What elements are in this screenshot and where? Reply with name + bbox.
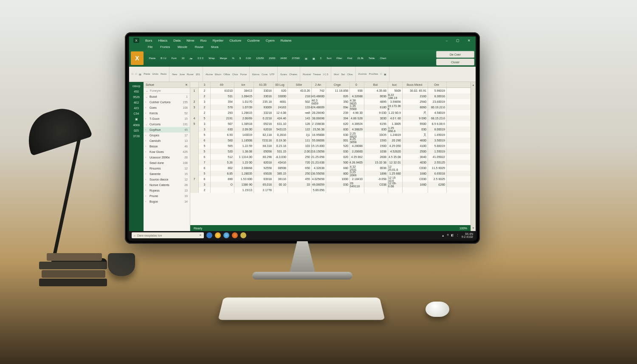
cell[interactable]: 103 <box>288 143 312 149</box>
column-header[interactable]: S6br <box>288 82 312 87</box>
taskbar-app-icon[interactable] <box>223 232 229 238</box>
cell[interactable]: 4.35.68 <box>364 88 388 93</box>
cell[interactable]: 216.15058 <box>312 149 326 154</box>
cell[interactable]: 520 <box>211 149 234 154</box>
cell[interactable]: ней <box>288 110 312 116</box>
cell[interactable]: 19.173.36 8 <box>388 104 403 110</box>
cell[interactable]: 43416 <box>273 160 288 165</box>
nav-item[interactable]: Bogce14 <box>144 199 190 204</box>
nav-item[interactable]: Sanente15 <box>144 171 190 177</box>
cell[interactable]: 12 4.08 <box>273 110 288 116</box>
cell[interactable]: 424.46 <box>273 116 288 121</box>
cell[interactable]: 802 <box>211 165 234 171</box>
cell[interactable]: 4.38924 <box>350 121 364 127</box>
taskbar-search[interactable]: ⌕ Dare easplatas lon ✕ <box>132 232 204 238</box>
cell[interactable]: 12 09-6.08 <box>388 182 403 187</box>
cell[interactable]: 82,118 <box>254 132 273 138</box>
cell[interactable]: 82018 <box>254 160 273 165</box>
cell[interactable]: 4.32 2531 <box>350 165 364 171</box>
cell[interactable]: 5500 <box>403 121 428 127</box>
cell[interactable]: 1593 <box>364 138 388 143</box>
ribbon-command[interactable]: UTF <box>270 73 275 76</box>
ribbon-command[interactable]: Paste <box>144 73 150 76</box>
nav-item[interactable]: Busst1 <box>144 94 190 99</box>
cell[interactable]: 0.2218 <box>254 116 273 121</box>
cell[interactable]: 4600 <box>403 138 428 143</box>
cell[interactable]: 565 <box>211 143 234 149</box>
ribbon-command[interactable]: 201 <box>196 73 200 76</box>
cell[interactable]: 36.02. 65.91 <box>403 88 428 93</box>
cell[interactable]: C030 <box>403 165 428 171</box>
cell[interactable]: 4.98 30 <box>350 110 364 116</box>
ribbon-command[interactable]: 10 <box>180 56 186 60</box>
ribbon-command[interactable]: Find <box>346 56 354 60</box>
ribbon-command[interactable]: ▤ <box>304 56 309 60</box>
row-number[interactable] <box>190 165 199 171</box>
minimize-button[interactable]: – <box>444 38 449 43</box>
ribbon-tab[interactable]: Moca <box>211 45 218 48</box>
ribbon-command[interactable]: Alume <box>206 73 213 76</box>
cell[interactable]: 2.55125 <box>428 160 447 165</box>
cell[interactable]: 800 <box>326 171 350 176</box>
cell[interactable]: 4895 <box>364 99 388 104</box>
nav-item[interactable]: Ucaooor 2896e28 <box>144 155 190 160</box>
cell[interactable]: -8.3.030 <box>273 154 288 160</box>
left-rail-item[interactable]: casop <box>132 85 141 87</box>
titlebar-tab[interactable]: Rutane <box>281 39 292 42</box>
cell[interactable]: 136.55058 <box>312 171 326 176</box>
cell[interactable]: 250 <box>288 171 312 176</box>
cell[interactable]: 46.3 6859 <box>312 99 326 104</box>
cell[interactable]: 1500 <box>364 143 388 149</box>
left-rail-item[interactable]: 423 <box>134 107 139 110</box>
cell[interactable] <box>403 187 428 193</box>
left-rail-item[interactable]: 9526 <box>133 96 140 99</box>
cell[interactable]: 3 <box>199 99 211 104</box>
ribbon-command[interactable]: Mort <box>334 73 339 76</box>
cell[interactable]: 1.25 066.6 <box>388 127 403 132</box>
cell[interactable]: 8.85 <box>211 171 234 176</box>
table-row[interactable]: 22931.286153321812 4.08ней28.266902394.9… <box>190 110 471 116</box>
cell[interactable]: 293 <box>211 110 234 116</box>
ribbon-command[interactable]: Rostral <box>303 73 311 76</box>
ribbon-command[interactable]: Filter <box>335 56 343 60</box>
ribbon-command[interactable]: Wrap <box>207 56 216 60</box>
cell[interactable]: 6 <box>199 176 211 182</box>
cell[interactable]: 143 <box>288 116 312 121</box>
cell[interactable] <box>326 187 350 193</box>
table-row[interactable]: 325781.07/399300924163133424.4860909e1.3… <box>190 104 471 110</box>
cell[interactable]: 4.28088 <box>350 143 364 149</box>
cell[interactable]: 2 <box>199 110 211 116</box>
cell[interactable]: 41.05022 <box>428 154 447 160</box>
cell[interactable]: 1898 <box>364 171 388 176</box>
nav-item[interactable]: Nonoe Catents28 <box>144 182 190 188</box>
cell[interactable]: 08508 <box>273 165 288 171</box>
row-number[interactable] <box>190 127 199 132</box>
cell[interactable]: 1386 90 <box>234 182 254 187</box>
column-header[interactable]: 2 An <box>312 82 326 87</box>
cell[interactable]: 33218 <box>254 110 273 116</box>
ribbon-command[interactable]: Sort <box>325 56 333 60</box>
cell[interactable]: 4.5 35.08 <box>388 154 403 160</box>
cell[interactable]: 28.26690 <box>312 110 326 116</box>
table-row[interactable]: 4521912.06/690.2218424.4614338.066983944… <box>190 116 471 121</box>
cell[interactable]: 5.26 <box>211 160 234 165</box>
scroll-up-icon[interactable]: ▲ <box>472 84 475 86</box>
cell[interactable]: 60.298 <box>254 154 273 160</box>
cell[interactable]: 23,56.38 <box>312 127 326 132</box>
column-header[interactable]: koc <box>388 82 403 87</box>
cell[interactable]: 4.38 9835 <box>350 99 364 104</box>
ribbon-command[interactable]: 21.8k <box>356 56 365 60</box>
cell[interactable]: 0036 <box>364 93 388 99</box>
cell[interactable]: 33O5 <box>364 132 388 138</box>
ribbon-command[interactable]: Undo <box>152 73 158 76</box>
cell[interactable]: 11 16.858 <box>326 88 350 93</box>
cell[interactable]: 7 <box>199 160 211 165</box>
ribbon-command[interactable]: □ <box>381 73 382 76</box>
cell[interactable]: 531 <box>211 93 234 99</box>
cell[interactable]: 630 <box>326 132 350 138</box>
table-row[interactable]: 1261010384133301662043.0.2674211 16.8589… <box>190 88 471 93</box>
cell[interactable]: 4.38829 <box>350 127 364 132</box>
ribbon-command[interactable]: Paste <box>148 56 157 60</box>
cell[interactable]: 4681 <box>273 99 288 104</box>
vertical-scrollbar[interactable]: ▲ ▼ <box>471 82 476 231</box>
